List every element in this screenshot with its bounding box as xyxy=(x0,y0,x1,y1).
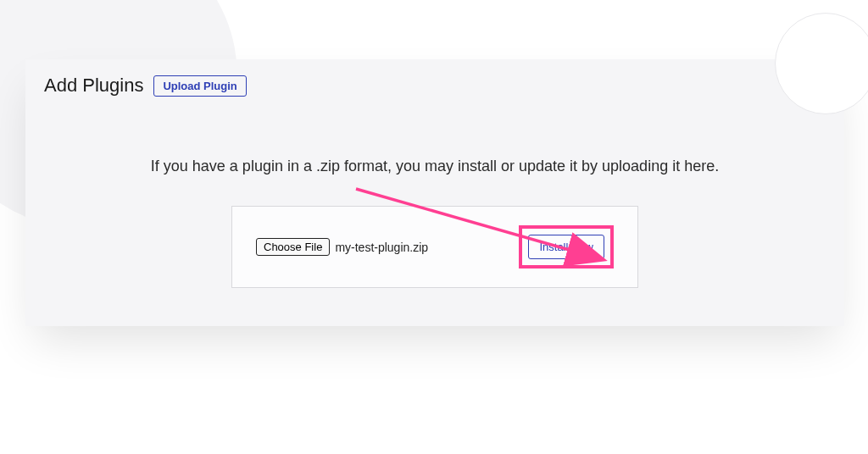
selected-filename: my-test-plugin.zip xyxy=(335,241,428,254)
upload-plugin-button[interactable]: Upload Plugin xyxy=(153,75,246,97)
choose-file-button[interactable]: Choose File xyxy=(256,238,330,256)
file-chooser-group: Choose File my-test-plugin.zip xyxy=(256,238,428,256)
background-circle-right xyxy=(775,13,868,114)
upload-form: Choose File my-test-plugin.zip Install N… xyxy=(231,206,638,288)
header: Add Plugins Upload Plugin xyxy=(25,59,844,97)
install-now-highlight: Install Now xyxy=(519,225,614,269)
upload-instruction: If you have a plugin in a .zip format, y… xyxy=(25,158,844,175)
page-title: Add Plugins xyxy=(44,75,143,97)
install-now-button[interactable]: Install Now xyxy=(528,235,604,259)
add-plugins-panel: Add Plugins Upload Plugin If you have a … xyxy=(25,59,844,326)
